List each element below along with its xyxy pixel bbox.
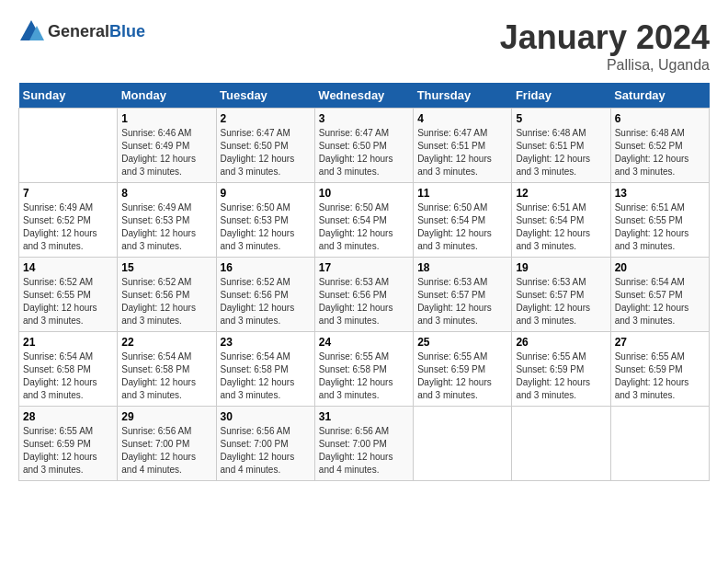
- week-row-5: 28Sunrise: 6:55 AMSunset: 6:59 PMDayligh…: [19, 407, 710, 481]
- calendar-cell: [414, 407, 512, 481]
- calendar-cell: 7Sunrise: 6:49 AMSunset: 6:52 PMDaylight…: [19, 183, 118, 258]
- day-info: Sunrise: 6:50 AMSunset: 6:54 PMDaylight:…: [417, 201, 507, 253]
- day-info: Sunrise: 6:49 AMSunset: 6:53 PMDaylight:…: [121, 201, 211, 253]
- day-info: Sunrise: 6:54 AMSunset: 6:58 PMDaylight:…: [23, 350, 113, 402]
- day-info: Sunrise: 6:55 AMSunset: 6:59 PMDaylight:…: [23, 425, 113, 477]
- day-info: Sunrise: 6:55 AMSunset: 6:58 PMDaylight:…: [319, 350, 409, 402]
- calendar-cell: 15Sunrise: 6:52 AMSunset: 6:56 PMDayligh…: [118, 258, 216, 332]
- day-info: Sunrise: 6:47 AMSunset: 6:51 PMDaylight:…: [417, 127, 507, 178]
- calendar-cell: 22Sunrise: 6:54 AMSunset: 6:58 PMDayligh…: [118, 332, 216, 407]
- day-number: 25: [417, 336, 507, 349]
- day-info: Sunrise: 6:55 AMSunset: 6:59 PMDaylight:…: [516, 350, 606, 402]
- day-number: 16: [221, 261, 311, 274]
- day-number: 3: [319, 112, 409, 125]
- header-friday: Friday: [512, 83, 610, 109]
- header-sunday: Sunday: [19, 83, 118, 109]
- logo-text: GeneralBlue: [48, 22, 145, 41]
- day-info: Sunrise: 6:56 AMSunset: 7:00 PMDaylight:…: [319, 425, 409, 477]
- day-number: 26: [516, 336, 606, 349]
- logo: GeneralBlue: [18, 18, 145, 44]
- day-info: Sunrise: 6:55 AMSunset: 6:59 PMDaylight:…: [417, 350, 507, 402]
- day-info: Sunrise: 6:52 AMSunset: 6:56 PMDaylight:…: [221, 276, 311, 327]
- main-title: January 2024: [500, 18, 710, 57]
- calendar-cell: 12Sunrise: 6:51 AMSunset: 6:54 PMDayligh…: [512, 183, 610, 258]
- day-info: Sunrise: 6:54 AMSunset: 6:58 PMDaylight:…: [121, 350, 211, 402]
- header-monday: Monday: [118, 83, 216, 109]
- day-number: 5: [516, 112, 606, 125]
- calendar-cell: 2Sunrise: 6:47 AMSunset: 6:50 PMDaylight…: [216, 109, 314, 183]
- calendar-cell: 27Sunrise: 6:55 AMSunset: 6:59 PMDayligh…: [610, 332, 709, 407]
- day-number: 20: [615, 261, 705, 274]
- day-number: 2: [221, 112, 311, 125]
- day-info: Sunrise: 6:56 AMSunset: 7:00 PMDaylight:…: [121, 425, 211, 477]
- header-thursday: Thursday: [414, 83, 512, 109]
- day-info: Sunrise: 6:56 AMSunset: 7:00 PMDaylight:…: [221, 425, 311, 477]
- calendar-cell: 14Sunrise: 6:52 AMSunset: 6:55 PMDayligh…: [19, 258, 118, 332]
- calendar-cell: 31Sunrise: 6:56 AMSunset: 7:00 PMDayligh…: [314, 407, 413, 481]
- week-row-1: 1Sunrise: 6:46 AMSunset: 6:49 PMDaylight…: [19, 109, 710, 183]
- day-info: Sunrise: 6:53 AMSunset: 6:57 PMDaylight:…: [417, 276, 507, 327]
- day-number: 11: [417, 187, 507, 200]
- day-number: 13: [615, 187, 705, 200]
- day-info: Sunrise: 6:48 AMSunset: 6:51 PMDaylight:…: [516, 127, 606, 178]
- calendar-cell: 18Sunrise: 6:53 AMSunset: 6:57 PMDayligh…: [414, 258, 512, 332]
- logo-icon: [18, 18, 44, 44]
- day-info: Sunrise: 6:54 AMSunset: 6:58 PMDaylight:…: [221, 350, 311, 402]
- day-info: Sunrise: 6:47 AMSunset: 6:50 PMDaylight:…: [319, 127, 409, 178]
- day-info: Sunrise: 6:55 AMSunset: 6:59 PMDaylight:…: [615, 350, 705, 402]
- calendar-cell: 21Sunrise: 6:54 AMSunset: 6:58 PMDayligh…: [19, 332, 118, 407]
- calendar-cell: 19Sunrise: 6:53 AMSunset: 6:57 PMDayligh…: [512, 258, 610, 332]
- day-number: 23: [221, 336, 311, 349]
- day-number: 19: [516, 261, 606, 274]
- day-number: 28: [23, 410, 113, 423]
- day-info: Sunrise: 6:53 AMSunset: 6:57 PMDaylight:…: [516, 276, 606, 327]
- calendar-cell: [512, 407, 610, 481]
- subtitle: Pallisa, Uganda: [500, 57, 710, 74]
- calendar-cell: 5Sunrise: 6:48 AMSunset: 6:51 PMDaylight…: [512, 109, 610, 183]
- title-block: January 2024 Pallisa, Uganda: [500, 18, 710, 74]
- header-row: SundayMondayTuesdayWednesdayThursdayFrid…: [19, 83, 710, 109]
- day-number: 8: [121, 187, 211, 200]
- page-header: GeneralBlue January 2024 Pallisa, Uganda: [18, 18, 710, 74]
- calendar-cell: 30Sunrise: 6:56 AMSunset: 7:00 PMDayligh…: [216, 407, 314, 481]
- day-info: Sunrise: 6:54 AMSunset: 6:57 PMDaylight:…: [615, 276, 705, 327]
- calendar-cell: 4Sunrise: 6:47 AMSunset: 6:51 PMDaylight…: [414, 109, 512, 183]
- day-info: Sunrise: 6:47 AMSunset: 6:50 PMDaylight:…: [221, 127, 311, 178]
- calendar-cell: 9Sunrise: 6:50 AMSunset: 6:53 PMDaylight…: [216, 183, 314, 258]
- day-info: Sunrise: 6:50 AMSunset: 6:54 PMDaylight:…: [319, 201, 409, 253]
- calendar-cell: 3Sunrise: 6:47 AMSunset: 6:50 PMDaylight…: [314, 109, 413, 183]
- calendar-cell: 1Sunrise: 6:46 AMSunset: 6:49 PMDaylight…: [118, 109, 216, 183]
- calendar-cell: 17Sunrise: 6:53 AMSunset: 6:56 PMDayligh…: [314, 258, 413, 332]
- day-number: 12: [516, 187, 606, 200]
- calendar-cell: 24Sunrise: 6:55 AMSunset: 6:58 PMDayligh…: [314, 332, 413, 407]
- day-number: 29: [121, 410, 211, 423]
- calendar-cell: 13Sunrise: 6:51 AMSunset: 6:55 PMDayligh…: [610, 183, 709, 258]
- day-number: 24: [319, 336, 409, 349]
- calendar-cell: 11Sunrise: 6:50 AMSunset: 6:54 PMDayligh…: [414, 183, 512, 258]
- header-wednesday: Wednesday: [314, 83, 413, 109]
- calendar-cell: 10Sunrise: 6:50 AMSunset: 6:54 PMDayligh…: [314, 183, 413, 258]
- calendar-cell: 23Sunrise: 6:54 AMSunset: 6:58 PMDayligh…: [216, 332, 314, 407]
- day-number: 31: [319, 410, 409, 423]
- calendar-cell: 28Sunrise: 6:55 AMSunset: 6:59 PMDayligh…: [19, 407, 118, 481]
- day-info: Sunrise: 6:51 AMSunset: 6:55 PMDaylight:…: [615, 201, 705, 253]
- day-number: 22: [121, 336, 211, 349]
- week-row-3: 14Sunrise: 6:52 AMSunset: 6:55 PMDayligh…: [19, 258, 710, 332]
- calendar-cell: [610, 407, 709, 481]
- calendar-cell: 6Sunrise: 6:48 AMSunset: 6:52 PMDaylight…: [610, 109, 709, 183]
- day-number: 14: [23, 261, 113, 274]
- logo-blue: Blue: [109, 22, 145, 40]
- day-number: 9: [221, 187, 311, 200]
- day-number: 15: [121, 261, 211, 274]
- calendar-cell: 8Sunrise: 6:49 AMSunset: 6:53 PMDaylight…: [118, 183, 216, 258]
- day-number: 10: [319, 187, 409, 200]
- calendar-cell: 26Sunrise: 6:55 AMSunset: 6:59 PMDayligh…: [512, 332, 610, 407]
- day-info: Sunrise: 6:52 AMSunset: 6:55 PMDaylight:…: [23, 276, 113, 327]
- logo-general: General: [48, 22, 109, 40]
- day-number: 17: [319, 261, 409, 274]
- day-info: Sunrise: 6:48 AMSunset: 6:52 PMDaylight:…: [615, 127, 705, 178]
- day-number: 30: [221, 410, 311, 423]
- calendar-cell: 29Sunrise: 6:56 AMSunset: 7:00 PMDayligh…: [118, 407, 216, 481]
- day-number: 4: [417, 112, 507, 125]
- day-info: Sunrise: 6:50 AMSunset: 6:53 PMDaylight:…: [221, 201, 311, 253]
